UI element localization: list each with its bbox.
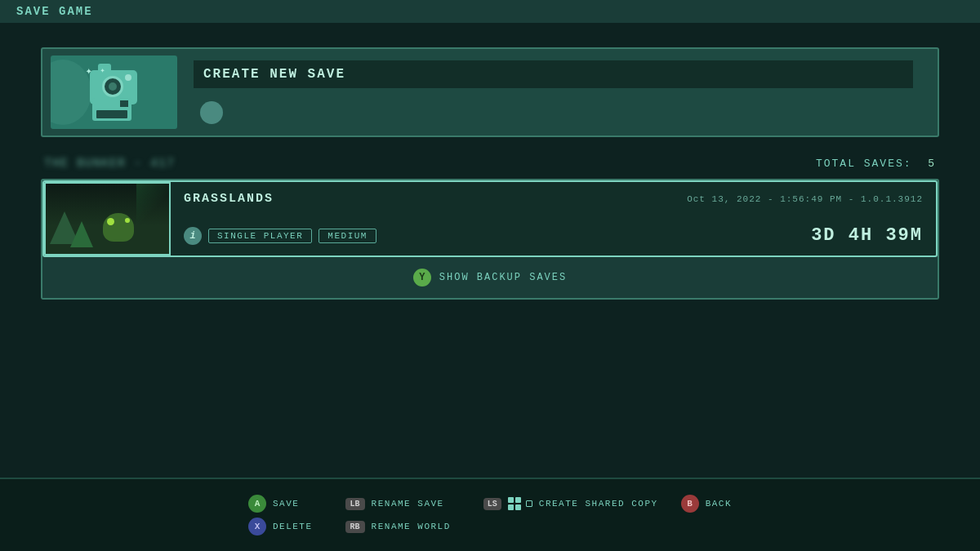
save-icon-box: ✦ ✦ [51, 56, 177, 129]
info-button[interactable]: i [184, 227, 202, 245]
save-slot[interactable]: GRASSLANDS Oct 13, 2022 - 1:56:49 PM - 1… [42, 180, 938, 257]
save-control: A SAVE [248, 495, 313, 513]
shared-copy-icon [508, 497, 532, 510]
thumbnail-scene [46, 184, 169, 254]
backup-text: SHOW BACKUP SAVES [439, 272, 567, 283]
mode-tag: SINGLE PLAYER [208, 229, 312, 243]
create-new-text-area: CREATE NEW SAVE [177, 60, 929, 124]
rename-save-control: LB RENAME SAVE [345, 498, 451, 510]
lb-button-icon: LB [345, 498, 365, 510]
rename-save-label: RENAME SAVE [372, 499, 444, 509]
page-title: SAVE GAME [16, 5, 93, 18]
save-world-name: GRASSLANDS [184, 192, 274, 206]
b-button-icon: B [681, 495, 699, 513]
create-shared-label: CREATE SHARED COPY [539, 499, 658, 509]
rb-button-icon: RB [345, 521, 365, 533]
y-button-icon: Y [413, 269, 431, 287]
create-shared-control: LS CREATE SHARED COPY B BACK [483, 495, 732, 513]
show-backup-button[interactable]: Y SHOW BACKUP SAVES [413, 269, 567, 287]
create-new-circle [200, 101, 223, 124]
sparkle-icon-2: ✦ [100, 65, 105, 75]
backup-bar: Y SHOW BACKUP SAVES [42, 257, 938, 298]
save-info-bottom: i SINGLE PLAYER MEDIUM 3D 4H 39M [184, 225, 923, 246]
rename-world-label: RENAME WORLD [372, 522, 451, 531]
player-name: THE BUNKER - 417 [44, 157, 175, 171]
bottom-bar: A SAVE LB RENAME SAVE LS [0, 478, 980, 551]
rename-world-control: RB RENAME WORLD [345, 521, 451, 533]
save-tags: i SINGLE PLAYER MEDIUM [184, 227, 376, 245]
total-saves: TOTAL SAVES: 5 [816, 158, 936, 170]
a-button-icon: A [248, 495, 266, 513]
delete-control: X DELETE [248, 518, 313, 535]
main-content: ✦ ✦ CREATE NEW SAVE THE BUNKER - 417 TOT… [0, 23, 980, 324]
create-new-save-button[interactable]: ✦ ✦ CREATE NEW SAVE [41, 47, 939, 137]
x-button-icon: X [248, 518, 266, 535]
delete-label: DELETE [273, 522, 313, 531]
ls-button-icon: LS [483, 498, 501, 510]
sparkle-icon: ✦ [86, 64, 92, 78]
back-label: BACK [706, 499, 732, 509]
saves-header: THE BUNKER - 417 TOTAL SAVES: 5 [41, 157, 939, 171]
difficulty-tag: MEDIUM [318, 229, 376, 243]
save-control-label: SAVE [273, 499, 299, 509]
create-new-label: CREATE NEW SAVE [194, 60, 913, 88]
play-time: 3D 4H 39M [811, 225, 923, 246]
save-thumbnail [44, 182, 171, 256]
top-bar: SAVE GAME [0, 0, 980, 23]
saves-container: GRASSLANDS Oct 13, 2022 - 1:56:49 PM - 1… [41, 179, 939, 300]
save-date: Oct 13, 2022 - 1:56:49 PM - 1.0.1.3912 [687, 194, 923, 204]
save-icon-inner: ✦ ✦ [86, 64, 143, 121]
save-info-top: GRASSLANDS Oct 13, 2022 - 1:56:49 PM - 1… [184, 192, 923, 206]
controls-grid: A SAVE LB RENAME SAVE LS [248, 495, 732, 535]
save-info: GRASSLANDS Oct 13, 2022 - 1:56:49 PM - 1… [171, 182, 936, 256]
